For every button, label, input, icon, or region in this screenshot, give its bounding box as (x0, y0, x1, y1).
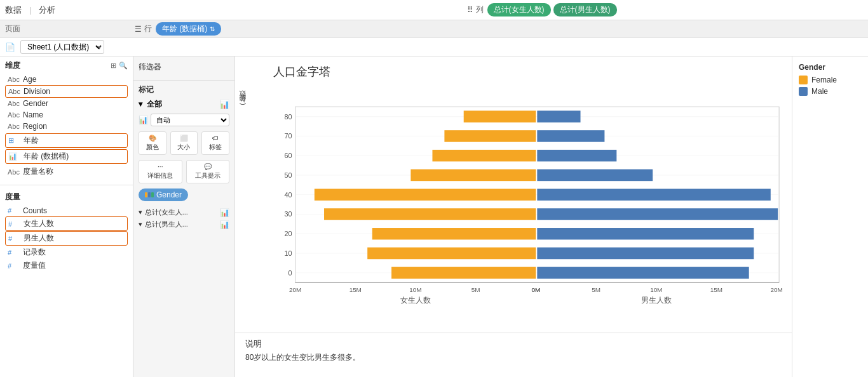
svg-text:15M: 15M (710, 286, 722, 293)
left-panel: 维度 ⊞ 🔍 Abc Age Abc Division Abc Gender A… (0, 56, 133, 377)
col-shelf: ⠿ 列 总计(女生人数) 总计(男生人数) (467, 3, 863, 17)
measure-female-label: 女生人数 (24, 218, 54, 229)
color-icon: 🎨 (149, 135, 156, 142)
measure-value-label: 度量值 (23, 260, 46, 271)
mark-color-btn[interactable]: 🎨 颜色 (139, 131, 166, 155)
dim-division[interactable]: Abc Division (5, 85, 128, 98)
dim-type-abc3: Abc (8, 100, 20, 107)
size-label: 大小 (177, 143, 190, 152)
dim-name[interactable]: Abc Name (5, 109, 128, 121)
measure-male-label: 男生人数 (24, 233, 54, 244)
expand-female-arrow: ▾ (139, 208, 142, 216)
data-menu[interactable]: 数据 (5, 4, 22, 16)
sheet-select-wrap[interactable]: Sheet1 (人口数据) (20, 40, 104, 54)
measures-header: 度量 (5, 192, 128, 202)
legend-female: Female (799, 76, 862, 84)
dimensions-icons: ⊞ 🔍 (111, 62, 128, 70)
marks-all: ▾ 全部 📊 (139, 99, 229, 110)
filter-title: 筛选器 (139, 62, 229, 72)
expand-male-arrow: ▾ (139, 220, 142, 228)
svg-rect-36 (537, 267, 749, 279)
col-shelf-icon: ⠿ (467, 5, 473, 15)
analysis-menu[interactable]: 分析 (39, 4, 55, 16)
measure-female[interactable]: # 女生人数 (5, 216, 128, 231)
sheet-icon: 📄 (5, 43, 15, 52)
marks-type-select[interactable]: 自动 (151, 114, 229, 126)
expand-male-label: 总计(男生人... (145, 220, 188, 229)
mtype-hash1: # (8, 207, 20, 215)
dim-age[interactable]: Abc Age (5, 74, 128, 85)
svg-text:80: 80 (285, 113, 292, 121)
filter-section: 筛选器 (133, 56, 234, 81)
dim-region[interactable]: Abc Region (5, 121, 128, 132)
description-area: 说明 80岁以上的女生变比男生多很多。 (235, 333, 792, 377)
svg-text:5M: 5M (471, 286, 480, 293)
col-pill-male[interactable]: 总计(男生人数) (553, 3, 617, 17)
marks-expand-female[interactable]: ▾ 总计(女生人... 📊 (139, 206, 229, 218)
chart-title-area: 人口金字塔 (235, 56, 792, 82)
tooltip-icon: 💬 (204, 163, 212, 170)
dim-age-zh[interactable]: ⊞ 年龄 (5, 133, 128, 148)
row-shelf-bar: 页面 ☰ 行 年龄 (数据桶) ⇅ (0, 20, 868, 38)
svg-text:20M: 20M (289, 286, 301, 293)
main-content: 维度 ⊞ 🔍 Abc Age Abc Division Abc Gender A… (0, 56, 868, 377)
svg-rect-26 (537, 169, 653, 181)
mtype-hash3: # (8, 235, 21, 242)
measure-records[interactable]: # 记录数 (5, 246, 128, 259)
svg-rect-22 (537, 130, 604, 142)
svg-rect-20 (537, 110, 580, 122)
mark-label-btn[interactable]: 🏷 标签 (201, 131, 229, 155)
svg-rect-24 (537, 150, 616, 161)
color-label: 颜色 (146, 143, 159, 152)
measure-counts[interactable]: # Counts (5, 205, 128, 216)
top-bar: 数据 | 分析 ⠿ 列 总计(女生人数) 总计(男生人数) (0, 0, 868, 20)
row-pill-sort-icon: ⇅ (210, 25, 215, 32)
svg-text:50: 50 (285, 171, 292, 179)
search-icon[interactable]: 🔍 (119, 62, 128, 70)
measure-counts-label: Counts (23, 206, 47, 215)
dim-measure-name[interactable]: Abc 度量名称 (5, 165, 128, 178)
dim-division-label: Division (24, 87, 50, 96)
desc-title: 说明 (245, 338, 782, 350)
legend-male-color (799, 87, 808, 96)
svg-rect-29 (324, 208, 536, 220)
row-pill-label: 年龄 (数据桶) (162, 23, 207, 34)
svg-text:20: 20 (285, 230, 292, 237)
marks-section: 标记 ▾ 全部 📊 📊 自动 🎨 颜色 ⬜ (133, 81, 234, 234)
measure-value[interactable]: # 度量值 (5, 259, 128, 272)
dim-type-abc2: Abc (8, 88, 21, 95)
measure-records-label: 记录数 (23, 247, 46, 258)
middle-panel: 筛选器 标记 ▾ 全部 📊 📊 自动 🎨 颜色 (133, 56, 235, 377)
sheet-select[interactable]: Sheet1 (人口数据) (20, 40, 104, 54)
expand-male-icon: 📊 (220, 220, 229, 229)
svg-text:20M: 20M (771, 286, 783, 293)
chart-container: 人口金字塔 年龄 (数... 80706050403020100 (235, 56, 868, 377)
marks-expand-male[interactable]: ▾ 总计(男生人... 📊 (139, 218, 229, 230)
marks-all-label: ▾ 全部 (139, 99, 162, 110)
row-pill[interactable]: 年龄 (数据桶) ⇅ (156, 22, 221, 36)
dim-gender-label: Gender (23, 99, 48, 108)
svg-text:60: 60 (285, 152, 292, 159)
mark-tooltip-btn[interactable]: 💬 工具提示 (186, 160, 230, 183)
chart-area: 人口金字塔 年龄 (数... 80706050403020100 (235, 56, 792, 377)
mark-detail-btn[interactable]: ··· 详细信息 (139, 160, 182, 183)
dim-age-bucket[interactable]: 📊 年龄 (数据桶) (5, 149, 128, 164)
marks-title: 标记 (139, 84, 229, 95)
label-label: 标签 (209, 143, 222, 152)
dimensions-header: 维度 ⊞ 🔍 (5, 60, 128, 71)
svg-text:5M: 5M (592, 286, 600, 293)
dim-type-abc5: Abc (8, 122, 20, 130)
col-pill-female[interactable]: 总计(女生人数) (487, 3, 551, 17)
svg-text:70: 70 (285, 132, 292, 140)
mark-size-btn[interactable]: ⬜ 大小 (170, 131, 198, 155)
dim-type-hash: ⊞ (8, 136, 21, 145)
dim-gender[interactable]: Abc Gender (5, 98, 128, 109)
dim-label: Age (23, 75, 36, 84)
svg-rect-25 (410, 169, 536, 181)
gender-pill[interactable]: Gender (139, 189, 188, 201)
gender-pill-icon (145, 192, 154, 197)
grid-icon[interactable]: ⊞ (111, 62, 116, 70)
svg-text:男生人数: 男生人数 (641, 296, 672, 305)
chart-title: 人口金字塔 (273, 65, 330, 78)
measure-male[interactable]: # 男生人数 (5, 231, 128, 246)
